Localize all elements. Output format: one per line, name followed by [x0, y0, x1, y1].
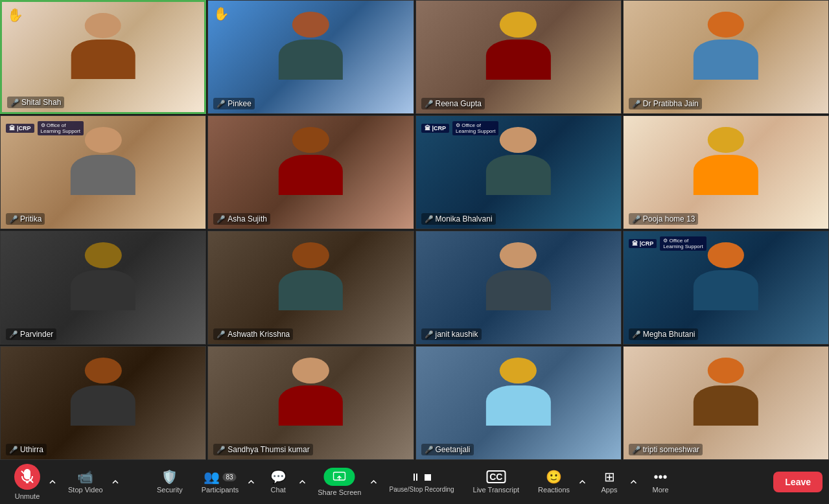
reactions-chevron[interactable]: [578, 477, 587, 487]
share-screen-button[interactable]: Share Screen: [310, 464, 369, 500]
person-body: [486, 385, 551, 426]
video-cell-1: ✋🎤Shital Shah: [0, 0, 206, 114]
person-body: [279, 155, 344, 195]
video-cell-10: 🎤Ashwath Krisshna: [207, 231, 414, 345]
video-chevron[interactable]: [111, 477, 120, 487]
person-shape-11: [472, 242, 564, 315]
person-head: [85, 358, 122, 384]
mic-status-icon: 🎤: [9, 215, 18, 223]
security-button[interactable]: 🛡️ Security: [149, 466, 191, 498]
mic-status-icon: 🎤: [216, 100, 226, 108]
person-body: [71, 155, 135, 195]
apps-chevron[interactable]: [629, 477, 638, 487]
mic-status-icon: 🎤: [632, 100, 641, 108]
video-cell-8: 🎤Pooja home 13: [623, 115, 829, 229]
participant-name-10: 🎤Ashwath Krisshna: [213, 328, 293, 340]
video-grid: ✋🎤Shital Shah✋🎤Pinkee🎤Reena Gupta🎤Dr Pra…: [0, 0, 829, 460]
participants-group: 👥 83 Participants: [194, 466, 255, 498]
video-cell-6: 🎤Asha Sujith: [207, 115, 414, 229]
person-shape-2: [264, 12, 356, 85]
more-button[interactable]: ••• More: [641, 466, 680, 498]
chat-chevron[interactable]: [298, 477, 307, 487]
person-shape-4: [680, 12, 772, 85]
video-cell-16: 🎤tripti someshwar: [623, 346, 829, 460]
hand-raise-icon: ✋: [7, 7, 23, 23]
stop-video-button[interactable]: 📹 Stop Video: [60, 466, 111, 498]
live-transcript-button[interactable]: CC Live Transcript: [465, 466, 528, 498]
video-cell-3: 🎤Reena Gupta: [415, 0, 622, 114]
apps-group: ⊞ Apps: [590, 466, 638, 498]
toolbar-right: Leave: [773, 472, 823, 492]
chevron-up-icon: [49, 480, 56, 484]
share-screen-icon: [333, 472, 346, 482]
participants-icon-row: 👥 83: [204, 470, 236, 483]
mic-status-icon: 🎤: [425, 215, 434, 223]
participant-name-15: 🎤Geetanjali: [421, 444, 474, 455]
participant-name-3: 🎤Reena Gupta: [421, 98, 485, 109]
share-screen-group: Share Screen: [310, 464, 378, 500]
person-body: [279, 40, 344, 80]
recording-icons: ⏸ ⏹: [410, 472, 433, 483]
video-cell-13: 🎤Uthirra: [0, 346, 206, 460]
leave-button[interactable]: Leave: [773, 472, 823, 492]
crp-logo: |CRP: [421, 124, 450, 133]
toolbar-left: Unmute 📹 Stop Video: [6, 460, 120, 504]
chat-button[interactable]: 💬 Chat: [259, 466, 298, 498]
share-screen-chevron[interactable]: [369, 477, 378, 487]
video-cell-2: ✋🎤Pinkee: [207, 0, 414, 114]
participant-name-2: 🎤Pinkee: [213, 98, 255, 109]
video-cell-4: 🎤Dr Pratibha Jain: [623, 0, 829, 114]
reactions-label: Reactions: [538, 486, 570, 494]
chevron-up-icon-5: [370, 480, 377, 484]
person-shape-16: [680, 358, 772, 431]
participant-name-16: 🎤tripti someshwar: [629, 444, 703, 455]
chevron-up-icon-3: [248, 480, 254, 484]
toolbar-center: 🛡️ Security 👥 83 Participants 💬 Chat: [149, 464, 680, 500]
person-head: [500, 12, 537, 38]
apps-icon: ⊞: [604, 470, 615, 483]
video-cell-15: 🎤Geetanjali: [415, 346, 622, 460]
apps-label: Apps: [601, 486, 617, 494]
person-body: [486, 155, 551, 195]
video-cell-14: 🎤Sandhya Thumsi kumar: [207, 346, 414, 460]
mic-status-icon: 🎤: [10, 98, 19, 107]
participant-name-5: 🎤Pritika: [6, 213, 45, 225]
unmute-group: Unmute: [6, 460, 57, 504]
reactions-button[interactable]: 🙂 Reactions: [530, 466, 578, 498]
person-shape-1: [58, 13, 149, 85]
more-label: More: [652, 486, 668, 494]
participant-name-14: 🎤Sandhya Thumsi kumar: [213, 444, 313, 455]
mic-status-icon: 🎤: [425, 446, 434, 454]
participant-name-11: 🎤janit kaushik: [421, 328, 482, 340]
participant-name-13: 🎤Uthirra: [6, 444, 47, 455]
mic-icon-svg: [19, 469, 35, 485]
person-body: [694, 385, 758, 426]
video-cell-11: 🎤janit kaushik: [415, 231, 622, 345]
person-head: [707, 12, 744, 38]
person-shape-14: [264, 358, 356, 431]
participants-button[interactable]: 👥 83 Participants: [194, 466, 246, 498]
chevron-up-icon-7: [630, 480, 636, 484]
crp-overlay: |CRP⚙ Office ofLearning Support: [421, 121, 499, 135]
live-transcript-label: Live Transcript: [473, 486, 520, 494]
transcript-group: CC Live Transcript: [465, 466, 528, 498]
person-shape-15: [472, 358, 564, 431]
pause-recording-button[interactable]: ⏸ ⏹ Pause/Stop Recording: [381, 468, 461, 497]
unmute-chevron[interactable]: [48, 477, 57, 487]
chat-icon: 💬: [270, 470, 286, 483]
person-head: [85, 127, 122, 153]
person-head: [500, 358, 537, 384]
crp-logo: |CRP: [6, 124, 34, 133]
recording-group: ⏸ ⏹ Pause/Stop Recording: [381, 468, 461, 497]
person-shape-6: [264, 127, 356, 200]
security-group: 🛡️ Security: [149, 466, 191, 498]
participants-chevron[interactable]: [246, 477, 255, 487]
pause-icon: ⏸: [410, 472, 421, 483]
person-body: [279, 385, 344, 426]
unmute-label: Unmute: [15, 492, 40, 500]
unmute-button[interactable]: Unmute: [6, 460, 48, 504]
mic-status-icon: 🎤: [216, 215, 226, 223]
video-cell-9: 🎤Parvinder: [0, 231, 206, 345]
person-shape-5: [57, 127, 149, 200]
apps-button[interactable]: ⊞ Apps: [590, 466, 629, 498]
